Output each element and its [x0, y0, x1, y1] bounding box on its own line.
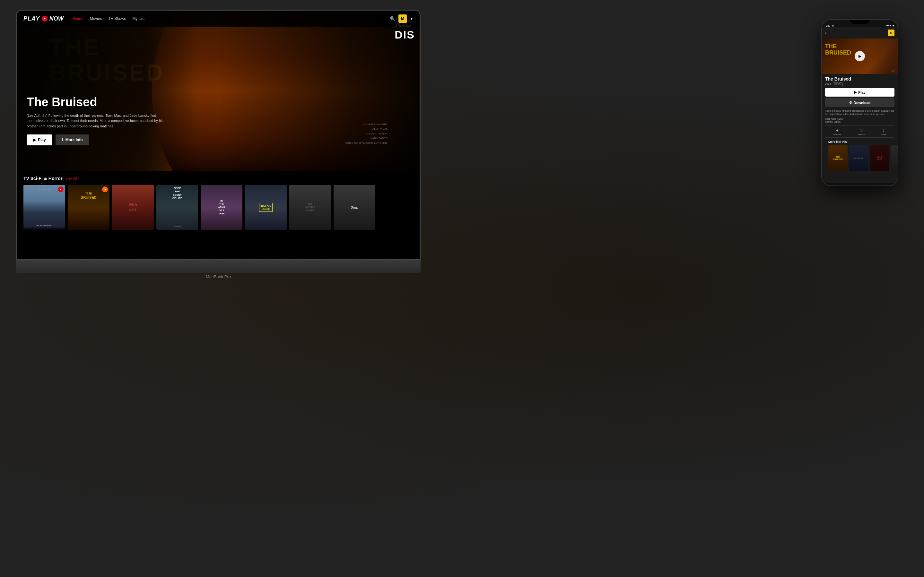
download-icon: ⊙ — [849, 100, 852, 105]
share-icon: ⤴ — [882, 128, 885, 133]
favorite-button[interactable]: ♡ Favorite — [858, 128, 864, 135]
genres-label: Genres: — [825, 121, 833, 123]
phone-hero-title: THEBRUISED — [825, 44, 851, 56]
macbook-frame: PLAY NOW Home Movies TV Shows My List 🔍 — [16, 10, 421, 260]
hero-face-dark — [218, 11, 419, 171]
favorite-label: Favorite — [858, 134, 864, 135]
more-like-title: More like this — [828, 140, 891, 143]
credit-line-1: MAXIME LORGERIE — [345, 122, 387, 127]
phone-movie-year: 2024 — [825, 82, 831, 86]
chevron-down-icon[interactable]: ▼ — [410, 17, 413, 21]
credit-line-5: DIRECTED BY MAXIME LORGERIE — [345, 141, 387, 145]
logo-play-text: PLAY — [23, 15, 40, 22]
play-icon: ▶ — [33, 138, 36, 142]
nav-links: Home Movies TV Shows My List — [73, 16, 145, 21]
card-badge-1: ● — [58, 187, 64, 192]
nav-right: 🔍 M ▼ — [390, 15, 413, 23]
credit-line-2: ALON VIDAL — [345, 127, 387, 131]
phone-movie-rating: UA 16+ — [833, 82, 843, 86]
phone-genres: Genres: Drama — [825, 121, 895, 123]
movie-card-7[interactable]: THEINVISIBLEPLAYER — [289, 185, 331, 230]
similar-card-3[interactable]: WILDGIFT — [870, 145, 889, 171]
content-row: TV Sci-Fi & Horror View All » 🏅🏅🏅🏅 ● — [17, 171, 419, 259]
watchlist-label: Watchlist — [834, 134, 841, 135]
phone-movie-title: The Bruised — [825, 76, 895, 82]
phone-movie-meta: 2024 UA 16+ — [825, 82, 895, 86]
genres-value: Drama — [834, 121, 840, 123]
phone-more-like-section: More like this THEBRUISED INVISIBLE — [825, 140, 895, 171]
nav-avatar[interactable]: M — [398, 15, 407, 23]
more-info-label: More Info — [66, 138, 83, 142]
similar-movies-grid: THEBRUISED INVISIBLE WILDGIFT — [828, 145, 891, 171]
hero-section: THEBRUISED luc DIS The Bruised (Les Abîm… — [17, 11, 419, 171]
phone-movie-info: The Bruised 2024 UA 16+ ▶ Play ⊙ Downloa… — [822, 74, 898, 174]
hero-overlay — [17, 11, 198, 171]
hero-buttons: ▶ Play ℹ More Info — [27, 134, 165, 145]
phone-play-circle[interactable]: ▶ — [855, 51, 865, 61]
phone-signal-icons: ▪▪▪ ▲ ◀ — [887, 24, 894, 27]
app-logo: PLAY NOW — [23, 15, 64, 22]
watchlist-button[interactable]: + Watchlist — [834, 128, 841, 135]
phone-cast: Cast: Actor Name — [825, 118, 895, 120]
row-title: TV Sci-Fi & Horror — [23, 176, 62, 181]
movie-card-5[interactable]: INTHEARMSOF ATREE — [201, 185, 242, 230]
hero-credits: MAXIME LORGERIE ALON VIDAL CLEMENT BAROA… — [345, 122, 387, 145]
cast-value: Actor Name — [831, 118, 843, 120]
app-nav: PLAY NOW Home Movies TV Shows My List 🔍 — [17, 11, 419, 27]
phone-play-button[interactable]: ▶ Play — [825, 88, 895, 97]
phone-status-bar: 9:30 PM ▪▪▪ ▲ ◀ — [822, 24, 898, 27]
nav-home[interactable]: Home — [73, 16, 84, 21]
phone-screen: ‹ N THEBRUISED ▶ 🔊 The Bruised — [822, 27, 898, 183]
plus-icon: + — [836, 128, 839, 133]
phone-frame: 9:30 PM ▪▪▪ ▲ ◀ ‹ N THEBRUISED ▶ 🔊 — [821, 19, 898, 186]
credit-line-4: NABIL SADEG — [345, 136, 387, 140]
nav-movies[interactable]: Movies — [90, 16, 102, 21]
macbook-device: PLAY NOW Home Movies TV Shows My List 🔍 — [16, 10, 421, 273]
phone-notch — [850, 20, 869, 24]
phone-download-label: Download — [854, 101, 871, 105]
card-badge-2: ★ — [102, 187, 108, 192]
phone-header-logo: N — [888, 29, 895, 36]
credit-line-3: CLEMENT BAROA — [345, 132, 387, 136]
heart-icon: ♡ — [859, 128, 863, 133]
logo-play-icon — [42, 16, 47, 21]
similar-card-2[interactable]: INVISIBLE — [849, 145, 868, 171]
phone-play-icon: ▶ — [854, 90, 856, 94]
streaming-app: PLAY NOW Home Movies TV Shows My List 🔍 — [17, 11, 419, 259]
play-label: Play — [38, 138, 46, 142]
row-header: TV Sci-Fi & Horror View All » — [23, 176, 413, 181]
phone-download-button[interactable]: ⊙ Download — [825, 98, 895, 107]
macbook-screen: PLAY NOW Home Movies TV Shows My List 🔍 — [17, 11, 419, 259]
phone-play-label: Play — [858, 90, 866, 94]
card-bruised-title: THEBRUISED — [68, 191, 110, 200]
hero-content: The Bruised (Les Abîmés) Following the d… — [27, 96, 165, 145]
similar-card-4[interactable]: HER? — [891, 145, 898, 171]
macbook-base — [16, 260, 421, 273]
movie-card-1[interactable]: 🏅🏅🏅🏅 ● the rite of summer — [23, 185, 65, 230]
info-icon: ℹ — [62, 138, 64, 142]
movie-card-6[interactable]: EXTRALUCIE — [245, 185, 287, 230]
share-button[interactable]: ⤴ Share — [881, 128, 886, 135]
movie-card-2[interactable]: ★ THEBRUISED — [68, 185, 110, 230]
movie-card-3[interactable]: WILD GIFT — [112, 185, 154, 230]
movie-card-4[interactable]: SEIZETHESCENTOF LIFE Fragrant — [156, 185, 198, 230]
similar-card-1[interactable]: THEBRUISED — [828, 145, 848, 171]
hero-description: (Les Abîmés) Following the death of thei… — [27, 113, 165, 129]
nav-tv-shows[interactable]: TV Shows — [108, 16, 126, 21]
movies-grid: 🏅🏅🏅🏅 ● the rite of summer ★ THEBR — [23, 185, 413, 230]
view-all-link[interactable]: View All » — [66, 177, 79, 181]
play-button[interactable]: ▶ Play — [27, 134, 52, 145]
more-info-button[interactable]: ℹ More Info — [56, 134, 89, 145]
share-label: Share — [881, 134, 886, 135]
phone-back-button[interactable]: ‹ — [825, 30, 827, 35]
logo-now-text: NOW — [50, 15, 64, 22]
phone-action-bar: + Watchlist ♡ Favorite ⤴ Share — [825, 126, 895, 138]
phone-time: 9:30 PM — [826, 25, 834, 27]
movie-card-8[interactable]: Snip — [334, 185, 375, 230]
studio-dis-text: DIS — [395, 29, 415, 40]
phone-hero-image: THEBRUISED ▶ 🔊 — [822, 39, 898, 74]
cast-label: Cast: — [825, 118, 830, 120]
search-icon[interactable]: 🔍 — [390, 16, 395, 21]
phone-app-header: ‹ N — [822, 27, 898, 39]
nav-my-list[interactable]: My List — [132, 16, 145, 21]
